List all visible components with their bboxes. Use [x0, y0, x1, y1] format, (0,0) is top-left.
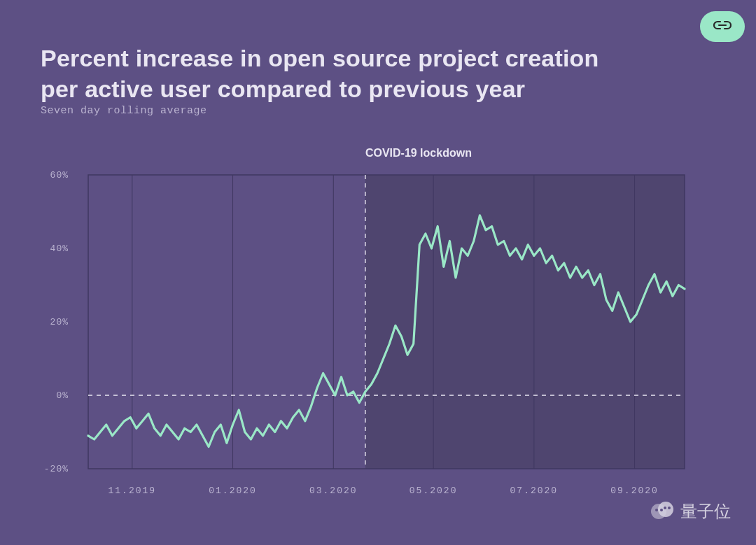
chart-title: Percent increase in open source project … — [41, 43, 643, 104]
watermark-text: 量子位 — [680, 500, 731, 523]
watermark: 量子位 — [651, 500, 731, 523]
y-tick-label: 20% — [41, 317, 69, 327]
x-tick-label: 03.2020 — [309, 486, 358, 496]
permalink-button[interactable] — [700, 11, 745, 42]
wechat-icon — [651, 502, 675, 521]
svg-rect-0 — [365, 175, 685, 469]
x-tick-label: 05.2020 — [410, 486, 458, 496]
x-tick-label: 07.2020 — [510, 486, 559, 496]
lockdown-annotation: COVID-19 lockdown — [365, 147, 472, 160]
chart-subtitle: Seven day rolling average — [41, 105, 207, 117]
x-tick-label: 09.2020 — [610, 486, 659, 496]
line-chart — [41, 140, 715, 518]
y-tick-label: 60% — [41, 170, 69, 181]
link-icon — [713, 19, 732, 34]
x-tick-label: 01.2020 — [209, 486, 257, 496]
y-tick-label: -20% — [41, 464, 69, 474]
y-tick-label: 0% — [41, 390, 69, 401]
y-tick-label: 40% — [41, 243, 69, 254]
chart-area: -20%0%20%40%60%11.201901.202003.202005.2… — [41, 140, 715, 518]
x-tick-label: 11.2019 — [108, 486, 157, 496]
